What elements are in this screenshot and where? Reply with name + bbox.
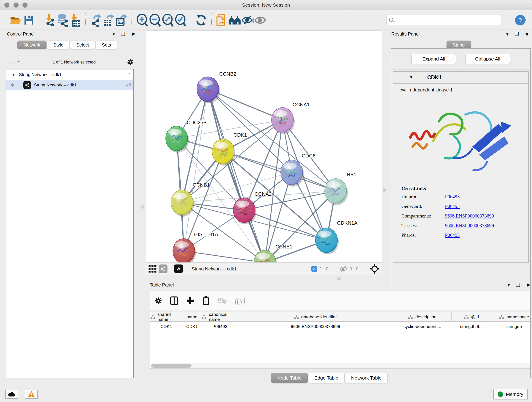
tab-sets[interactable]: Sets xyxy=(95,41,117,49)
tab-node-table[interactable]: Node Table xyxy=(271,373,308,383)
network-share-view-button[interactable] xyxy=(159,264,167,273)
hide-graphics-button[interactable] xyxy=(241,13,254,27)
network-node-CCNA1[interactable]: CCNA1 xyxy=(272,102,310,134)
crosslink-link[interactable]: P06493 xyxy=(445,232,460,238)
left-splitter-handle[interactable] xyxy=(141,205,144,209)
tab-network-table[interactable]: Network Table xyxy=(345,373,388,383)
network-edge[interactable] xyxy=(244,210,326,240)
table-options-gear-icon[interactable] xyxy=(154,297,162,305)
network-collection-row[interactable]: ▼ String Network – cdk1 1 xyxy=(6,70,133,80)
table-cell[interactable]: CDK1 xyxy=(150,322,182,332)
column-header--id[interactable]: @id xyxy=(452,313,491,322)
network-node-HIST1H1A[interactable]: HIST1H1A xyxy=(173,231,218,262)
cloud-status-button[interactable] xyxy=(5,390,18,399)
grid-view-icon[interactable] xyxy=(148,264,157,273)
network-edge[interactable] xyxy=(184,89,208,251)
show-graphics-button[interactable] xyxy=(254,13,267,27)
show-columns-icon[interactable] xyxy=(170,296,178,305)
network-edge[interactable] xyxy=(184,251,265,262)
zoom-out-button[interactable] xyxy=(148,13,161,27)
right-splitter-handle[interactable] xyxy=(383,188,386,192)
help-button[interactable]: ? xyxy=(515,15,526,26)
expand-all-button[interactable]: Expand All xyxy=(412,54,456,64)
tab-edge-table[interactable]: Edge Table xyxy=(308,373,345,383)
import-network-database-button[interactable] xyxy=(56,13,69,27)
collapse-all-networks-icon[interactable]: ⌄⌄ xyxy=(7,60,13,65)
search-input[interactable] xyxy=(395,16,498,24)
crosslink-link[interactable]: 9606.ENSP00000378699 xyxy=(445,213,494,219)
table-cell[interactable]: CDK1 xyxy=(182,322,202,332)
table-cell[interactable]: P06493 xyxy=(202,322,238,332)
network-options-gear-icon[interactable] xyxy=(127,59,134,65)
network-row-selected[interactable]: String Network – cdk1 11 48 xyxy=(6,80,133,90)
maximize-panel-icon[interactable]: ❐ xyxy=(515,32,519,37)
scrollbar-thumb[interactable] xyxy=(151,364,191,368)
crosslink-link[interactable]: P06493 xyxy=(445,194,460,200)
maximize-panel-icon[interactable]: ❐ xyxy=(121,32,126,37)
column-header-database-identifier[interactable]: database identifier xyxy=(238,313,393,322)
tab-select[interactable]: Select xyxy=(70,41,95,49)
close-panel-icon[interactable]: ✖ xyxy=(131,32,135,36)
gene-section-header[interactable]: ▼ CDK1 xyxy=(393,72,528,84)
birds-eye-view-icon[interactable] xyxy=(370,264,380,274)
network-canvas[interactable]: CCNB2CCNA1CDC25BCDK1CDC6RB1CCNB1CCNA2CDK… xyxy=(146,31,382,263)
selected-checkbox-icon[interactable]: ✓ xyxy=(311,266,317,272)
import-network-file-button[interactable] xyxy=(43,13,56,27)
tab-style[interactable]: Style xyxy=(47,41,70,49)
detach-view-button[interactable] xyxy=(174,264,183,273)
export-image-button[interactable] xyxy=(115,13,128,27)
table-cell[interactable]: cyclin-dependent ... xyxy=(393,322,452,332)
tab-string[interactable]: String xyxy=(447,41,471,49)
close-panel-icon[interactable]: ✖ xyxy=(525,32,529,36)
network-node-CDK1[interactable]: CDK1 xyxy=(212,132,247,166)
table-cell[interactable]: stringdb:9... xyxy=(452,322,491,332)
float-panel-icon[interactable]: ▾ xyxy=(113,32,115,36)
expand-all-networks-icon[interactable]: ⌃⌃ xyxy=(16,60,22,65)
tab-network[interactable]: Network xyxy=(17,41,46,49)
memory-button[interactable]: Memory xyxy=(493,389,528,400)
bottom-splitter-handle[interactable] xyxy=(337,277,341,280)
network-graph[interactable]: CCNB2CCNA1CDC25BCDK1CDC6RB1CCNB1CCNA2CDK… xyxy=(146,31,382,262)
close-panel-icon[interactable]: ✖ xyxy=(526,283,530,287)
zoom-fit-button[interactable] xyxy=(161,13,174,27)
export-network-button[interactable] xyxy=(89,13,102,27)
minimize-window-button[interactable] xyxy=(13,2,19,7)
import-table-file-button[interactable] xyxy=(69,13,82,27)
add-column-icon[interactable] xyxy=(186,297,194,305)
column-header-namespace[interactable]: namespace xyxy=(491,313,530,322)
zoom-selected-button[interactable] xyxy=(174,13,187,27)
network-node-CDKN1A[interactable]: CDKN1A xyxy=(316,220,358,254)
network-node-CDC25B[interactable]: CDC25B xyxy=(166,120,207,153)
save-session-button[interactable] xyxy=(22,13,35,27)
column-header-name[interactable]: name xyxy=(182,313,202,322)
close-window-button[interactable] xyxy=(4,2,9,7)
table-cell[interactable]: 9606.ENSP00000378699 xyxy=(238,322,393,332)
float-panel-icon[interactable]: ▾ xyxy=(506,32,508,36)
table-horizontal-scrollbar[interactable] xyxy=(150,363,530,369)
table-cell[interactable]: stringdb xyxy=(491,322,530,332)
float-panel-icon[interactable]: ▾ xyxy=(507,283,510,287)
column-header-canonical-name[interactable]: canonical name xyxy=(202,313,238,322)
network-node-CDC6[interactable]: CDC6 xyxy=(281,153,316,186)
zoom-in-button[interactable] xyxy=(136,13,148,27)
collapse-all-button[interactable]: Collapse All xyxy=(465,54,510,64)
tree-expand-icon[interactable]: ▼ xyxy=(12,73,15,77)
maximize-panel-icon[interactable]: ❐ xyxy=(516,283,520,288)
delete-trash-icon[interactable] xyxy=(202,296,210,305)
column-header-description[interactable]: description xyxy=(393,313,452,322)
table-row[interactable]: CDK1CDK1P064939606.ENSP00000378699cyclin… xyxy=(150,322,530,332)
string-home-button[interactable] xyxy=(228,13,241,27)
network-edge[interactable] xyxy=(223,152,336,191)
warnings-button[interactable] xyxy=(25,390,38,399)
apply-layout-button[interactable] xyxy=(195,13,208,27)
crosslink-link[interactable]: P06493 xyxy=(445,204,460,209)
open-in-browser-button[interactable] xyxy=(215,13,228,27)
network-node-RB1[interactable]: RB1 xyxy=(325,172,356,205)
export-table-button[interactable] xyxy=(102,13,115,27)
section-collapse-icon[interactable]: ▼ xyxy=(409,75,413,80)
node-table-grid[interactable]: shared namenamecanonical namedatabase id… xyxy=(150,312,530,363)
crosslink-link[interactable]: 9606.ENSP00000378699 xyxy=(445,223,494,229)
open-session-button[interactable] xyxy=(10,13,22,27)
zoom-window-button[interactable] xyxy=(22,2,27,7)
column-header-shared-name[interactable]: shared name xyxy=(150,313,182,322)
